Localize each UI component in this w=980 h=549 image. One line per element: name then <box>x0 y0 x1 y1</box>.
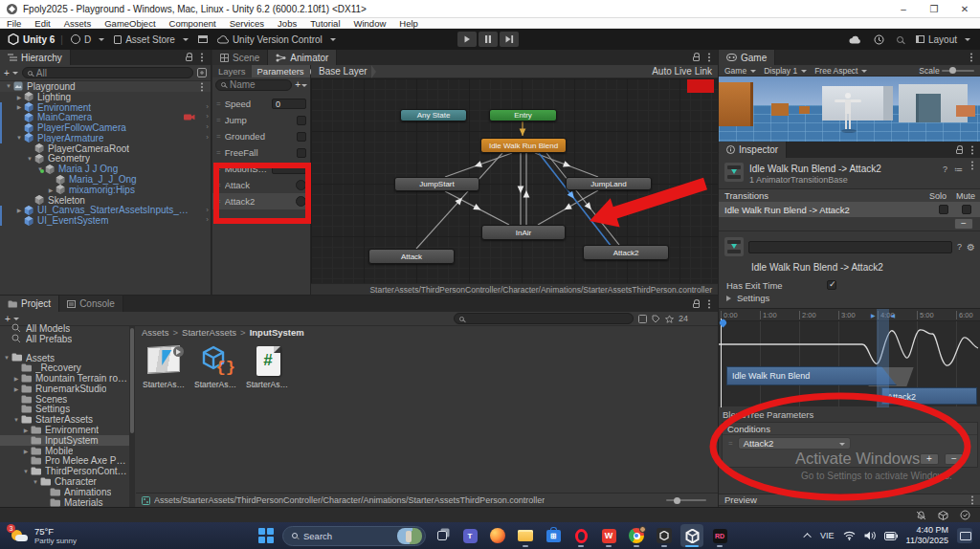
timeline-ruler[interactable]: 0:001:002:003:004:005:006:007:0 <box>719 309 980 321</box>
panel-menu-icon[interactable] <box>708 303 710 305</box>
icon-size-slider[interactable] <box>666 499 706 501</box>
tab-scene[interactable]: Scene <box>212 50 268 65</box>
parameter-trigger[interactable] <box>296 196 306 207</box>
project-folder-all-prefabs[interactable]: All Prefabs <box>0 334 129 344</box>
transition-start-handle[interactable]: ▶ <box>871 312 876 318</box>
taskbar-app-opera[interactable] <box>569 524 592 547</box>
state-node-inair[interactable]: InAir <box>481 225 566 240</box>
tab-game[interactable]: Game <box>719 50 775 65</box>
hierarchy-item-playercameraroot[interactable]: PlayerCameraRoot <box>0 143 211 154</box>
auto-live-link-button[interactable]: Auto Live Link <box>652 66 718 77</box>
expand-arrow-icon[interactable]: ▼ <box>21 469 31 474</box>
project-folder-runemarkstudio[interactable]: ▶RunemarkStudio <box>0 384 129 394</box>
tray-expand-icon[interactable] <box>803 533 811 540</box>
remove-transition-button[interactable]: − <box>954 218 973 230</box>
project-folder--recovery[interactable]: _Recovery <box>0 362 129 373</box>
tab-parameters[interactable]: Parameters <box>252 65 310 77</box>
project-tree-scrollbar[interactable] <box>129 326 135 507</box>
taskbar-app-explorer[interactable] <box>514 524 537 547</box>
battery-icon[interactable] <box>884 532 898 540</box>
scale-control[interactable]: Scale <box>916 66 977 76</box>
prefab-open-chevron[interactable]: › <box>206 122 209 131</box>
expand-arrow-icon[interactable]: ▼ <box>14 135 24 141</box>
menu-component[interactable]: Component <box>163 18 223 29</box>
parameter-attack2[interactable]: =Attack2 <box>212 193 310 209</box>
state-node-any-state[interactable]: Any State <box>400 109 467 121</box>
taskbar-app-unityhub[interactable] <box>653 524 676 547</box>
hierarchy-item-playground[interactable]: ▼Playground <box>0 81 211 92</box>
asset-store-menu[interactable]: Asset Store <box>114 34 189 45</box>
tab-layers[interactable]: Layers <box>212 65 252 77</box>
hierarchy-search[interactable]: All <box>22 67 193 78</box>
state-node-entry[interactable]: Entry <box>489 109 557 121</box>
remove-condition-button[interactable]: − <box>945 453 964 465</box>
parameter-value-field[interactable]: 0 <box>272 99 306 109</box>
tab-hierarchy[interactable]: Hierarchy <box>0 50 71 65</box>
taskbar-app-taskview[interactable] <box>431 524 454 547</box>
lock-icon[interactable] <box>186 56 192 61</box>
asset-item-input[interactable]: {}StarterAsse... <box>195 344 237 389</box>
hierarchy-item-playerfollowcamera[interactable]: PlayerFollowCamera› <box>0 122 211 133</box>
language-indicator[interactable]: VIE <box>820 531 835 540</box>
parameter-jump[interactable]: =Jump <box>212 112 310 128</box>
expand-arrow-icon[interactable]: ▶ <box>14 103 24 110</box>
breadcrumb-inputsystem[interactable]: InputSystem <box>250 327 304 338</box>
create-asset-button[interactable]: + <box>5 314 11 324</box>
project-folder-scenes[interactable]: Scenes <box>0 394 129 405</box>
hierarchy-item-maincamera[interactable]: MainCamera› <box>0 112 211 122</box>
transition-timeline[interactable]: 0:001:002:003:004:005:006:007:0 Idle Wal… <box>719 308 980 406</box>
project-folder-pro-melee-axe-pack[interactable]: Pro Melee Axe Pack <box>0 456 129 467</box>
display-dropdown[interactable]: Display 1 <box>761 66 810 76</box>
taskbar-app-chrome[interactable] <box>625 524 648 547</box>
expand-arrow-icon[interactable]: ▼ <box>2 355 11 361</box>
panel-menu-icon[interactable] <box>971 149 973 151</box>
close-button[interactable]: ✕ <box>949 0 980 18</box>
menu-assets[interactable]: Assets <box>57 18 99 29</box>
search-by-label-icon[interactable] <box>652 315 660 323</box>
parameter-value-field[interactable] <box>272 164 306 174</box>
hierarchy-item-playerarmature[interactable]: ▼PlayerArmature› <box>0 133 211 143</box>
project-folder-inputsystem[interactable]: InputSystem <box>0 435 129 446</box>
transition-range-band[interactable]: ▶ ◀ <box>877 309 889 407</box>
tab-animator[interactable]: Animator <box>268 50 337 65</box>
panel-menu-icon[interactable] <box>708 56 710 58</box>
panel-menu-icon[interactable] <box>201 56 203 58</box>
gear-icon[interactable]: ⚙ <box>967 242 975 253</box>
cloud-icon[interactable] <box>849 35 861 44</box>
expand-arrow-icon[interactable]: ▶ <box>14 94 24 100</box>
expand-arrow-icon[interactable]: ▶ <box>11 385 21 392</box>
menu-services[interactable]: Services <box>223 18 271 29</box>
drag-handle-icon[interactable]: = <box>216 148 221 157</box>
expand-arrow-icon[interactable]: ▶ <box>46 187 56 193</box>
project-folder-mountain-terrain-rocks-an[interactable]: ▶Mountain Terrain rocks an <box>0 373 129 384</box>
start-button[interactable] <box>255 524 278 547</box>
parameter-speed[interactable]: =Speed0 <box>212 96 310 112</box>
taskbar-app-teams[interactable]: T <box>458 524 481 547</box>
drag-handle-icon[interactable]: = <box>216 132 221 141</box>
notifications-muted-icon[interactable] <box>916 511 926 520</box>
aspect-dropdown[interactable]: Free Aspect <box>812 66 870 76</box>
help-icon[interactable]: ? <box>957 242 962 252</box>
play-button[interactable] <box>457 32 477 47</box>
project-search[interactable] <box>454 313 634 324</box>
state-node-jumpstart[interactable]: JumpStart <box>394 177 479 191</box>
scene-picking-icon[interactable] <box>197 68 207 77</box>
expand-arrow-icon[interactable]: ▼ <box>4 83 13 89</box>
prefab-open-chevron[interactable]: › <box>206 206 209 214</box>
menu-file[interactable]: File <box>0 18 28 29</box>
notification-center-icon[interactable] <box>957 528 972 543</box>
menu-edit[interactable]: Edit <box>28 18 56 29</box>
project-folder-starterassets[interactable]: ▼StarterAssets <box>0 414 129 425</box>
project-folder-character[interactable]: ▼Character <box>0 476 129 487</box>
hierarchy-item-ui-eventsystem[interactable]: UI_EventSystem› <box>0 215 211 226</box>
lock-icon[interactable] <box>693 56 700 61</box>
add-condition-button[interactable]: + <box>920 453 939 465</box>
step-button[interactable] <box>500 32 519 47</box>
project-folder-thirdpersoncontroller[interactable]: ▼ThirdPersonController <box>0 466 129 476</box>
timeline-bar-source[interactable]: Idle Walk Run Blend <box>726 366 897 385</box>
help-icon[interactable]: ? <box>943 165 947 174</box>
transition-end-handle[interactable]: ◀ <box>890 312 895 318</box>
hierarchy-item-mixamorig-hips[interactable]: ▶mixamorig:Hips <box>0 185 211 195</box>
preview-section[interactable]: Preview <box>719 494 980 506</box>
menu-help[interactable]: Help <box>392 18 425 29</box>
